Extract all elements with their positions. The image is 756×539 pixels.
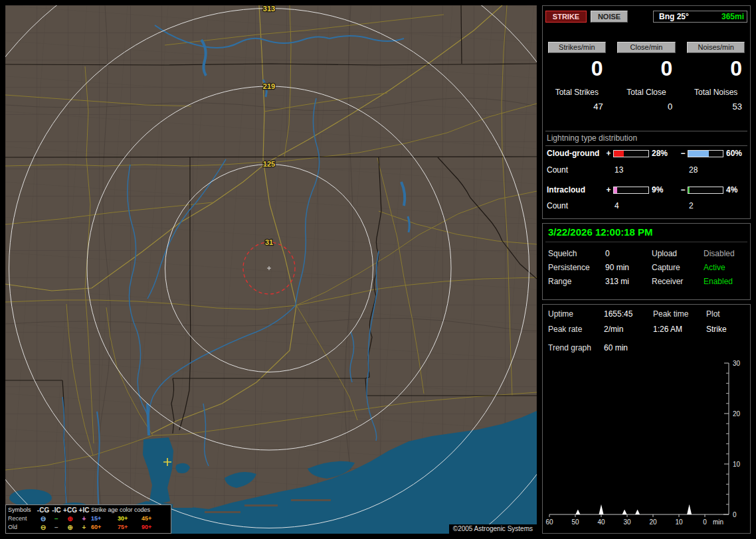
divider: [545, 131, 747, 131]
pos-ic-bar: [613, 187, 649, 194]
total-strikes-value: 47: [545, 102, 609, 112]
x-axis-unit: min: [713, 518, 723, 526]
y-minor-ticks: [726, 373, 729, 504]
close-column: Close/min 0 Total Close 0: [615, 42, 678, 112]
clock: 3/22/2026 12:00:18 PM: [548, 226, 653, 238]
intracloud-row: Intracloud + 9% − 4%: [547, 185, 747, 194]
legend-age-header: Strike age color codes: [91, 506, 164, 514]
neg-cg-percent: 60%: [723, 149, 747, 158]
x-ticks: [549, 514, 705, 517]
peak-time-value: 1:26 AM: [653, 325, 706, 334]
legend-type-header: +CG: [63, 506, 77, 514]
persistence-label: Persistence: [548, 263, 605, 272]
pos-ic-count: 4: [613, 201, 649, 210]
plot-label: Plot: [706, 309, 746, 319]
rate-columns: Strikes/min 0 Total Strikes 47 Close/min…: [545, 42, 747, 112]
bearing-readout: Bng 25° 365mi: [653, 11, 747, 23]
neg-ic-percent: 4%: [723, 185, 747, 194]
y-tick-label: 30: [733, 360, 741, 367]
x-tick-label: 30: [623, 518, 631, 526]
legend-row-label: Recent: [8, 514, 37, 523]
neg-ic-bar: [688, 187, 723, 194]
legend-row-label: Old: [8, 523, 37, 532]
x-tick-label: 60: [545, 518, 553, 526]
trend-graph: 30 20 10 0 60 50 40 30 20 10 0 min: [545, 356, 747, 530]
status-grid: Squelch 0 Upload Disabled Persistence 90…: [548, 249, 746, 286]
x-tick-label: 10: [675, 518, 683, 526]
legend-old-row: Old ⊖ − ⊕ + 60+ 75+ 90+: [8, 523, 169, 532]
close-per-min-button[interactable]: Close/min: [617, 42, 675, 53]
neg-cg-count: 28: [688, 165, 723, 175]
x-tick-label: 50: [571, 518, 579, 526]
noises-per-min-value: 0: [684, 56, 747, 81]
neg-ic-symbol-icon: −: [50, 514, 63, 523]
age-code: 15+: [91, 514, 118, 523]
upload-value: Disabled: [704, 249, 746, 258]
header-row: STRIKE NOISE Bng 25° 365mi: [545, 11, 747, 23]
pos-cg-bar: [613, 150, 649, 157]
intracloud-count-row: Count 4 2: [547, 201, 747, 210]
strike-toggle-button[interactable]: STRIKE: [545, 11, 587, 23]
strike-rate-spikes: [575, 504, 692, 514]
capture-label: Capture: [652, 263, 704, 272]
range-label: Range: [548, 277, 605, 286]
noises-per-min-button[interactable]: Noises/min: [687, 42, 745, 53]
strikes-per-min-value: 0: [545, 56, 609, 81]
range-ring-label: 219: [263, 82, 275, 90]
pos-ic-symbol-icon: +: [77, 514, 91, 523]
y-tick-label: 10: [733, 461, 741, 468]
total-noises-value: 53: [684, 102, 747, 112]
uptime-label: Uptime: [548, 309, 604, 319]
pos-ic-symbol-icon: +: [77, 523, 91, 532]
strikes-per-min-button[interactable]: Strikes/min: [548, 42, 606, 53]
noise-toggle-button[interactable]: NOISE: [591, 11, 628, 23]
plus-sign: +: [604, 149, 613, 158]
total-strikes-label: Total Strikes: [545, 88, 609, 97]
receiver-value: Enabled: [704, 277, 746, 286]
neg-cg-bar-fill: [688, 151, 709, 157]
intracloud-label: Intracloud: [547, 185, 604, 194]
range-ring-label: 31: [265, 238, 273, 246]
range-ring-label: 125: [263, 160, 275, 168]
x-tick-label: 20: [649, 518, 657, 526]
legend-recent-row: Recent ⊖ − ⊕ + 15+ 30+ 45+: [8, 514, 169, 523]
peak-time-label: Peak time: [653, 309, 706, 319]
range-ring-label: 313: [263, 5, 275, 13]
lightning-map[interactable]: 313 219 125 31 Symbols -CG -IC +CG +IC S…: [5, 5, 537, 534]
trend-panel: Uptime 1655:45 Peak time Plot Peak rate …: [542, 304, 751, 534]
strikes-column: Strikes/min 0 Total Strikes 47: [545, 42, 609, 112]
pos-cg-symbol-icon: ⊕: [63, 514, 77, 523]
nexstorm-app: 313 219 125 31 Symbols -CG -IC +CG +IC S…: [0, 0, 756, 539]
age-code: 45+: [142, 514, 164, 523]
squelch-value: 0: [605, 249, 652, 258]
age-code: 60+: [91, 523, 118, 532]
total-noises-label: Total Noises: [684, 88, 747, 97]
squelch-label: Squelch: [548, 249, 605, 258]
divider: [545, 242, 747, 242]
plot-value: Strike: [706, 325, 746, 334]
neg-ic-symbol-icon: −: [50, 523, 63, 532]
count-label: Count: [547, 165, 604, 175]
y-tick-label: 0: [733, 511, 737, 518]
bearing-range-value: 365mi: [721, 12, 744, 21]
pos-cg-bar-fill: [614, 151, 624, 157]
trend-window-value: 60 min: [604, 343, 628, 352]
divider: [545, 145, 747, 146]
legend-type-header: -IC: [50, 506, 63, 514]
legend-symbols-header: Symbols: [8, 506, 37, 514]
neg-cg-bar: [688, 150, 723, 157]
info-grid: Uptime 1655:45 Peak time Plot Peak rate …: [548, 309, 746, 334]
x-tick-label: 0: [703, 518, 707, 526]
age-code: 75+: [118, 523, 142, 532]
pos-cg-symbol-icon: ⊕: [63, 523, 77, 532]
y-major-ticks: [723, 363, 729, 514]
copyright-notice: ©2005 Astrogenic Systems: [449, 524, 537, 534]
minus-sign: −: [678, 149, 688, 158]
status-panel: 3/22/2026 12:00:18 PM Squelch 0 Upload D…: [542, 223, 751, 300]
map-legend: Symbols -CG -IC +CG +IC Strike age color…: [5, 504, 171, 534]
pos-ic-bar-fill: [614, 187, 617, 193]
pos-cg-percent: 28%: [649, 149, 678, 158]
peak-rate-label: Peak rate: [548, 325, 604, 334]
peak-rate-value: 2/min: [604, 325, 653, 334]
trend-graph-row: Trend graph 60 min: [548, 343, 591, 352]
